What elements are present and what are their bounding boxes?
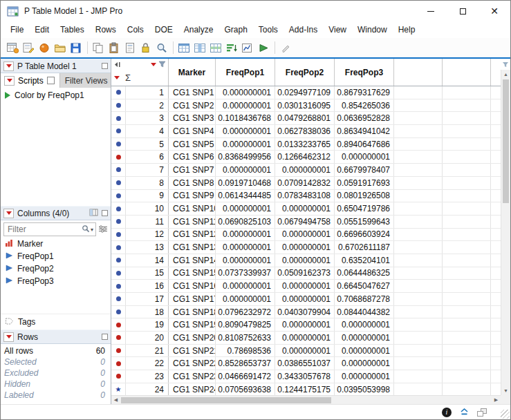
row-state-cell[interactable] (111, 99, 126, 112)
cell-marker[interactable]: CG1 SNP5 (169, 138, 216, 151)
row-number[interactable]: 24 (126, 383, 169, 395)
menu-doe[interactable]: DOE (149, 22, 178, 37)
scroll-down-icon[interactable]: ▼ (501, 386, 510, 395)
row-number[interactable]: 3 (126, 112, 169, 124)
cell-empty[interactable] (491, 332, 501, 344)
home-icon[interactable] (37, 40, 53, 56)
menu-tools[interactable]: Tools (253, 22, 284, 37)
table-row[interactable]: 16CG1 SNP160.0000000010.0000000010.66450… (111, 280, 501, 293)
cell-empty[interactable] (491, 345, 501, 357)
table-row[interactable]: 11CG1 SNP110.06908251030.06794947580.055… (111, 216, 501, 229)
cell-freqpop2[interactable]: 0.0133233765 (275, 138, 335, 151)
menu-graph[interactable]: Graph (219, 22, 252, 37)
cell-empty[interactable] (491, 306, 501, 318)
info-icon[interactable]: i (442, 408, 452, 417)
summary-icon[interactable] (240, 40, 256, 56)
cell-empty[interactable] (491, 202, 501, 215)
cell-empty[interactable] (491, 293, 501, 305)
cell-freqpop3[interactable]: 0.000000001 (335, 370, 394, 383)
columns-menu-icon[interactable] (3, 209, 14, 218)
cell-empty[interactable] (491, 318, 501, 331)
cell-freqpop2[interactable]: 0.0679494758 (275, 216, 335, 228)
cell-empty[interactable] (394, 112, 443, 124)
cell-empty[interactable] (394, 216, 443, 228)
cell-empty[interactable] (443, 125, 491, 137)
run-script-icon[interactable] (256, 40, 272, 56)
cell-freqpop3[interactable]: 0.8679317629 (335, 86, 394, 99)
row-number[interactable]: 4 (126, 125, 169, 137)
cell-freqpop2[interactable]: 0.0783483108 (275, 190, 335, 202)
cell-freqpop1[interactable]: 0.000000001 (216, 164, 275, 176)
cell-freqpop2[interactable]: 0.1266462312 (275, 151, 335, 163)
cell-marker[interactable]: CG1 SNP1 (169, 86, 216, 99)
cell-empty[interactable] (491, 151, 501, 163)
sort-icon[interactable] (224, 40, 240, 56)
cell-empty[interactable] (491, 177, 501, 189)
cell-marker[interactable]: CG1 SNP4 (169, 125, 216, 137)
cell-empty[interactable] (491, 370, 501, 383)
row-number[interactable]: 20 (126, 332, 169, 344)
column-header-freqpop3[interactable]: FreqPop3 (335, 59, 394, 86)
chevron-down-icon[interactable]: ▾ (91, 227, 93, 233)
cell-empty[interactable] (491, 229, 501, 241)
cell-freqpop3[interactable]: 0.6702611187 (335, 241, 394, 254)
cell-empty[interactable] (443, 293, 491, 305)
cell-empty[interactable] (443, 190, 491, 202)
maximize-button[interactable] (447, 1, 479, 21)
row-number[interactable]: 18 (126, 306, 169, 318)
cell-empty[interactable] (394, 370, 443, 383)
menu-analyze[interactable]: Analyze (178, 22, 219, 37)
cell-empty[interactable] (491, 112, 501, 124)
open-file-icon[interactable] (53, 40, 68, 56)
run-script-icon[interactable] (5, 92, 10, 99)
cell-empty[interactable] (443, 99, 491, 112)
filter-icon[interactable] (158, 59, 166, 70)
scroll-right-icon[interactable]: ▶ (492, 397, 501, 403)
cell-freqpop1[interactable]: 0.000000001 (216, 293, 275, 305)
panel-box-icon[interactable] (102, 63, 108, 69)
rows-menu-icon[interactable] (3, 332, 14, 342)
cell-freqpop1[interactable]: 0.0466691472 (216, 370, 275, 383)
cell-freqpop2[interactable]: 0.0509162373 (275, 267, 335, 280)
search-icon[interactable] (82, 223, 90, 236)
cell-freqpop3[interactable]: 0.000000001 (335, 151, 394, 163)
cell-freqpop2[interactable]: 0.000000001 (275, 345, 335, 357)
row-number[interactable]: 11 (126, 216, 169, 228)
cell-empty[interactable] (394, 86, 443, 99)
cell-empty[interactable] (491, 138, 501, 151)
cell-empty[interactable] (394, 202, 443, 215)
tags-row[interactable]: Tags (1, 314, 111, 330)
row-number[interactable]: 8 (126, 177, 169, 189)
row-number[interactable]: 10 (126, 202, 169, 215)
table-row[interactable]: 21CG1 SNP210.786985360.0000000010.000000… (111, 345, 501, 358)
columns-panel-header[interactable]: Columns (4/0) (1, 206, 111, 220)
script-item-color-by-freqpop1[interactable]: Color by FreqPop1 (1, 88, 111, 103)
cell-marker[interactable]: CG1 SNP18 (169, 306, 216, 318)
row-state-cell[interactable] (111, 177, 126, 189)
table-row[interactable]: 23CG1 SNP230.04666914720.34330576780.000… (111, 370, 501, 383)
table-panel-header[interactable]: P Table Model 1 (1, 59, 111, 73)
row-number[interactable]: 5 (126, 138, 169, 151)
cell-empty[interactable] (491, 383, 501, 395)
table-row[interactable]: 14CG1 SNP140.0000000010.0000000010.63520… (111, 254, 501, 267)
row-number[interactable]: 9 (126, 190, 169, 202)
cell-freqpop3[interactable]: 0.0636952828 (335, 112, 394, 124)
cell-empty[interactable] (394, 383, 443, 395)
cell-empty[interactable] (394, 254, 443, 267)
copy-report-icon[interactable] (122, 40, 138, 56)
cell-empty[interactable] (394, 280, 443, 292)
columns-corner-menu-icon[interactable] (151, 63, 156, 66)
table-row[interactable]: 15CG1 SNP150.07373399370.05091623730.064… (111, 267, 501, 280)
search-icon[interactable] (154, 40, 170, 56)
menu-cols[interactable]: Cols (122, 22, 149, 37)
cell-freqpop1[interactable]: 0.0919710468 (216, 177, 275, 189)
scripts-label[interactable]: Scripts (18, 76, 44, 86)
cell-freqpop3[interactable]: 0.0801926508 (335, 190, 394, 202)
table-menu-icon[interactable] (3, 61, 14, 71)
cell-empty[interactable] (394, 164, 443, 176)
row-number[interactable]: 12 (126, 229, 169, 241)
row-number[interactable]: 6 (126, 151, 169, 163)
cell-freqpop3[interactable]: 0.000000001 (335, 318, 394, 331)
row-number[interactable]: 17 (126, 293, 169, 305)
columns-filter-box[interactable]: ▾ (3, 222, 96, 236)
